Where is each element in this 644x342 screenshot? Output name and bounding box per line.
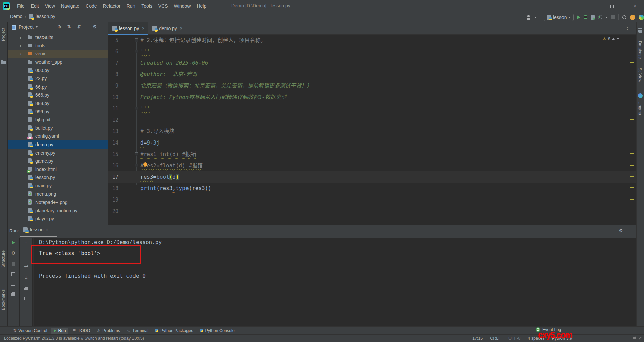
restore-layout-icon[interactable] — [11, 272, 15, 276]
tree-item-menu.png[interactable]: menu.png — [8, 190, 108, 198]
up-stack-icon[interactable]: ↑ — [25, 241, 28, 246]
tree-item-main.py[interactable]: main.py — [8, 182, 108, 190]
maximize-button[interactable] — [606, 5, 618, 8]
tree-item-planetary_motion.py[interactable]: planetary_motion.py — [8, 206, 108, 215]
print-icon[interactable] — [11, 293, 15, 296]
menu-item-edit[interactable]: Edit — [28, 2, 42, 10]
menu-item-file[interactable]: File — [14, 2, 28, 10]
tree-item-player.py[interactable]: player.py — [8, 215, 108, 223]
tab-options-icon[interactable]: ⋮ — [625, 25, 630, 31]
print-console-icon[interactable] — [24, 288, 28, 290]
clear-console-icon[interactable] — [24, 297, 28, 300]
tree-item-index.html[interactable]: index.html — [8, 165, 108, 174]
fold-marker-icon[interactable] — [135, 107, 138, 110]
stop-process-button[interactable] — [12, 262, 15, 266]
code-line-15[interactable]: 15#res1=int(d) #报错 — [108, 149, 636, 160]
project-view-dropdown-icon[interactable] — [36, 26, 38, 28]
menu-item-navigate[interactable]: Navigate — [58, 2, 83, 10]
menu-item-vcs[interactable]: VCS — [155, 2, 171, 10]
expand-all-icon[interactable]: ⇅ — [67, 24, 71, 30]
tree-item-demo.py[interactable]: demo.py — [8, 140, 108, 149]
database-icon[interactable] — [638, 28, 642, 33]
run-settings-gear-icon[interactable]: ⚙ — [619, 228, 623, 234]
breadcrumb-project[interactable]: Demo — [10, 14, 22, 19]
tree-item-config.yaml[interactable]: config.yaml — [8, 132, 108, 140]
tree-item-game.py[interactable]: game.py — [8, 157, 108, 165]
code-area[interactable]: 5# 2.注释：包括记录创建时间，创建人，项目名称。6'''7Created o… — [108, 35, 636, 225]
menu-item-view[interactable]: View — [42, 2, 58, 10]
tool-button-sciview[interactable]: SciView — [638, 68, 642, 82]
tree-item-testsuits[interactable]: ›testSuits — [8, 33, 108, 42]
project-view-title[interactable]: Project — [19, 24, 34, 30]
tool-window-button-python-console[interactable]: Python Console — [197, 328, 237, 334]
tool-window-switcher-icon[interactable] — [3, 329, 6, 332]
menu-item-help[interactable]: Help — [194, 2, 209, 10]
close-run-tab-icon[interactable]: × — [46, 227, 48, 232]
tree-item-venv[interactable]: ›venv — [8, 50, 108, 58]
code-line-12[interactable]: 12 — [108, 114, 636, 126]
close-tab-icon[interactable]: × — [180, 26, 182, 31]
fold-marker-icon[interactable] — [135, 38, 138, 42]
options-list-icon[interactable] — [11, 283, 15, 286]
lingma-icon[interactable] — [638, 93, 643, 98]
code-line-7[interactable]: 7Created on 2025-06-06 — [108, 57, 636, 69]
tool-window-button-run[interactable]: Run — [51, 328, 69, 334]
chevron-right-icon[interactable]: › — [20, 35, 27, 40]
tree-item-lesson.py[interactable]: lesson.py — [8, 173, 108, 182]
tree-item-tools[interactable]: ›tools — [8, 42, 108, 50]
down-stack-icon[interactable]: ↓ — [25, 252, 28, 258]
intention-bulb-icon[interactable] — [143, 162, 147, 166]
code-line-9[interactable]: 9北京宏哥（微信搜索：北京宏哥，关注宏哥，提前解锁更多测试干货！） — [108, 80, 636, 92]
code-line-8[interactable]: 8@author: 北京-宏哥 — [108, 69, 636, 80]
status-line-ending[interactable]: CRLF — [490, 336, 501, 341]
tool-window-button-todo[interactable]: ≣TODO — [70, 328, 93, 334]
run-configuration-select[interactable]: lesson — [544, 14, 574, 21]
tree-item-66.py[interactable]: 66.py — [8, 83, 108, 91]
user-dropdown-icon[interactable] — [535, 17, 537, 18]
fold-marker-icon[interactable] — [135, 152, 138, 156]
collapse-all-icon[interactable]: ⇅ — [77, 24, 82, 30]
folder-icon[interactable] — [1, 61, 6, 64]
user-icon[interactable] — [526, 15, 531, 20]
profiler-button[interactable] — [598, 15, 602, 19]
menu-item-tools[interactable]: Tools — [138, 2, 155, 10]
tool-window-button-terminal[interactable]: >_Terminal — [124, 328, 151, 334]
minimize-button[interactable] — [584, 6, 595, 6]
tool-button-lingma[interactable]: Lingma — [638, 101, 642, 115]
code-line-11[interactable]: 11''' — [108, 103, 636, 114]
run-tab[interactable]: lesson × — [23, 227, 48, 232]
wrench-icon[interactable]: ⚙ — [11, 251, 16, 256]
run-button[interactable] — [577, 15, 580, 19]
fold-marker-icon[interactable] — [135, 164, 138, 167]
hide-run-panel-icon[interactable] — [633, 231, 637, 231]
hide-panel-icon[interactable] — [103, 27, 107, 27]
chevron-right-icon[interactable]: › — [20, 43, 27, 48]
tree-item-666.py[interactable]: 666.py — [8, 91, 108, 99]
locate-file-icon[interactable]: ⊕ — [57, 24, 61, 30]
tree-item-notepad++.png[interactable]: Notepad++.png — [8, 198, 108, 207]
tree-item-999.py[interactable]: 999.py — [8, 107, 108, 116]
gear-icon[interactable]: ⚙ — [93, 24, 97, 30]
profiler-dropdown-icon[interactable] — [606, 17, 608, 18]
close-button[interactable]: × — [629, 3, 641, 9]
tool-button-bookmarks[interactable]: Bookmarks — [1, 289, 6, 310]
tool-button-database[interactable]: Database — [638, 41, 642, 59]
run-with-coverage-button[interactable] — [591, 15, 595, 20]
code-line-5[interactable]: 5# 2.注释：包括记录创建时间，创建人，项目名称。 — [108, 35, 636, 46]
editor-tab-demo-py[interactable]: demo.py× — [148, 22, 186, 35]
tree-item-888.py[interactable]: 888.py — [8, 99, 108, 108]
scroll-to-end-icon[interactable]: ↧ — [24, 275, 28, 280]
debug-button[interactable] — [584, 15, 587, 19]
code-line-10[interactable]: 10Project: Python零基础从入门到精通详细教程3-数据类型 — [108, 92, 636, 103]
code-line-16[interactable]: 16#res2=float(d) #报错 — [108, 160, 636, 171]
tree-item-bullet.py[interactable]: bullet.py — [8, 124, 108, 132]
plugin-sphere-icon[interactable] — [639, 15, 644, 20]
search-everywhere-icon[interactable] — [622, 15, 627, 20]
status-encoding[interactable]: UTF-8 — [508, 336, 520, 341]
close-tab-icon[interactable]: × — [142, 26, 144, 31]
code-line-20[interactable]: 20 — [108, 206, 636, 217]
update-available-icon[interactable]: ↑ — [630, 15, 635, 20]
status-message[interactable]: Localized PyCharm 2021.3.3 is available … — [4, 336, 144, 341]
tool-window-button-problems[interactable]: ⚠Problems — [94, 328, 123, 334]
rerun-button[interactable] — [12, 241, 15, 244]
